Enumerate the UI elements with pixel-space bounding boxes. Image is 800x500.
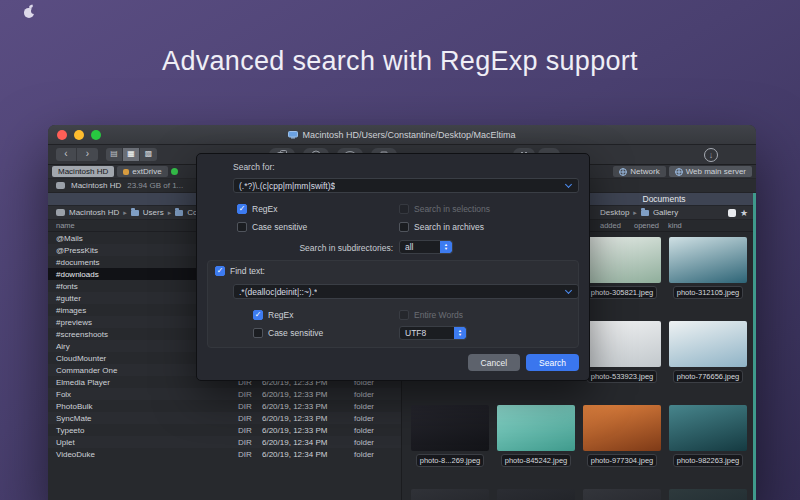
file-size: DIR	[238, 426, 262, 435]
find-pattern-value: .*(dealloc|deinit|::~).*	[239, 287, 317, 297]
breadcrumb-item[interactable]: Gallery	[653, 208, 678, 217]
back-button[interactable]: ‹	[56, 148, 77, 161]
subdirectories-select[interactable]: all ▲▼	[399, 240, 453, 254]
disk-icon	[56, 182, 65, 189]
close-button[interactable]	[57, 130, 67, 140]
panel-view-icon[interactable]	[728, 209, 736, 217]
photo-thumbnail	[497, 405, 575, 451]
find-pattern-input[interactable]: .*(dealloc|deinit|::~).*	[233, 284, 579, 299]
chevron-separator: ▸	[633, 209, 637, 217]
search-dialog: Search for: (.*?)\.(c|cpp|m|mm|swift)$ R…	[196, 153, 590, 381]
regex-checkbox[interactable]: RegEx	[237, 204, 278, 214]
tab-network[interactable]: Network	[613, 166, 665, 177]
add-connection-button[interactable]	[171, 168, 178, 175]
column-header-kind[interactable]: kind	[668, 221, 708, 230]
column-header-added[interactable]: added	[600, 221, 634, 230]
photo-item[interactable]: photo-305821.jpeg	[582, 237, 662, 311]
photo-thumbnail	[669, 405, 747, 451]
file-row[interactable]: Uplet DIR 6/20/19, 12:34 PM folder	[48, 436, 401, 448]
right-scrollbar[interactable]	[753, 193, 756, 500]
file-row[interactable]: VideoDuke DIR 6/20/19, 12:34 PM folder	[48, 448, 401, 460]
checkbox-box	[237, 222, 247, 232]
dialog-buttons: Cancel Search	[468, 354, 579, 371]
encoding-select[interactable]: UTF8 ▲▼	[399, 326, 467, 340]
photo-filename: photo-8...269.jpeg	[416, 454, 484, 467]
file-row[interactable]: Folx DIR 6/20/19, 12:33 PM folder	[48, 388, 401, 400]
breadcrumb-item[interactable]: Macintosh HD	[69, 208, 119, 217]
chevron-down-icon[interactable]	[565, 180, 572, 187]
tab-macintosh-hd[interactable]: Macintosh HD	[52, 166, 114, 177]
file-row[interactable]: PhotoBulk DIR 6/20/19, 12:33 PM folder	[48, 400, 401, 412]
photo-filename: photo-533923.jpeg	[587, 370, 658, 383]
file-kind: folder	[354, 414, 401, 423]
find-case-sensitive-checkbox[interactable]: Case sensitive	[253, 328, 323, 338]
tab-extdrive[interactable]: extDrive	[117, 166, 167, 177]
checkbox-box	[253, 310, 263, 320]
case-sensitive-checkbox[interactable]: Case sensitive	[237, 222, 307, 232]
tab-web-main-server[interactable]: Web main server	[669, 166, 752, 177]
photo-thumbnail	[497, 489, 575, 500]
cancel-button[interactable]: Cancel	[468, 354, 520, 371]
photo-thumbnail	[583, 321, 661, 367]
photo-item[interactable]	[668, 489, 748, 500]
zoom-button[interactable]	[91, 130, 101, 140]
window-titlebar: Macintosh HD/Users/Constantine/Desktop/M…	[48, 125, 756, 145]
breadcrumb-item[interactable]: Desktop	[600, 208, 629, 217]
minimize-button[interactable]	[74, 130, 84, 140]
photo-item[interactable]: photo-8...269.jpeg	[410, 405, 490, 479]
photo-item[interactable]: photo-977304.jpeg	[582, 405, 662, 479]
chevron-down-icon[interactable]	[565, 286, 572, 293]
checkbox-box	[237, 204, 247, 214]
photo-item[interactable]: photo-776656.jpeg	[668, 321, 748, 395]
screenshot-root: Advanced search with RegExp support Maci…	[0, 0, 800, 500]
photo-item[interactable]	[410, 489, 490, 500]
checkbox-box	[215, 266, 225, 276]
file-name: SyncMate	[48, 414, 238, 423]
column-header-name[interactable]: name	[56, 221, 75, 230]
file-kind: folder	[354, 402, 401, 411]
photo-item[interactable]	[496, 489, 576, 500]
file-date: 6/20/19, 12:34 PM	[262, 450, 354, 459]
display-icon	[288, 131, 298, 139]
globe-icon	[675, 168, 683, 176]
file-kind: folder	[354, 390, 401, 399]
view-full-button[interactable]: ▦	[123, 148, 140, 161]
file-row[interactable]: Typeeto DIR 6/20/19, 12:33 PM folder	[48, 424, 401, 436]
photo-filename: photo-312105.jpeg	[673, 286, 744, 299]
file-size: DIR	[238, 450, 262, 459]
search-button[interactable]: Search	[526, 354, 579, 371]
search-pattern-input[interactable]: (.*?)\.(c|cpp|m|mm|swift)$	[233, 178, 579, 193]
checkbox-box	[399, 204, 409, 214]
search-in-archives-checkbox[interactable]: Search in archives	[399, 222, 484, 232]
file-kind: folder	[354, 450, 401, 459]
column-header-opened[interactable]: opened	[634, 221, 668, 230]
find-text-checkbox[interactable]: Find text:	[215, 266, 265, 276]
photo-thumbnail	[669, 237, 747, 283]
photo-item[interactable]	[582, 489, 662, 500]
select-arrows-icon: ▲▼	[440, 241, 452, 253]
photo-filename: photo-776656.jpeg	[673, 370, 744, 383]
select-arrows-icon: ▲▼	[454, 327, 466, 339]
chevron-separator: ▸	[123, 209, 127, 217]
view-brief-button[interactable]: ▤	[106, 148, 123, 161]
folder-icon	[175, 210, 183, 216]
find-regex-checkbox[interactable]: RegEx	[253, 310, 294, 320]
photo-item[interactable]: photo-312105.jpeg	[668, 237, 748, 311]
file-row[interactable]: SyncMate DIR 6/20/19, 12:33 PM folder	[48, 412, 401, 424]
view-thumbs-button[interactable]: ▩	[140, 148, 157, 161]
disk-icon	[56, 209, 65, 216]
photo-item[interactable]: photo-982263.jpeg	[668, 405, 748, 479]
file-size: DIR	[238, 414, 262, 423]
apple-logo-icon	[24, 6, 34, 18]
search-pattern-value: (.*?)\.(c|cpp|m|mm|swift)$	[239, 181, 335, 191]
favorites-star-icon[interactable]: ★	[740, 209, 748, 217]
photo-item[interactable]: photo-533923.jpeg	[582, 321, 662, 395]
file-kind: folder	[354, 426, 401, 435]
breadcrumb-item[interactable]: Users	[143, 208, 164, 217]
file-date: 6/20/19, 12:33 PM	[262, 414, 354, 423]
drive-free-space: 23.94 GB of 1...	[127, 181, 183, 190]
forward-button[interactable]: ›	[77, 148, 98, 161]
photo-item[interactable]: photo-845242.jpeg	[496, 405, 576, 479]
nav-segment: ‹ ›	[56, 148, 98, 161]
downloads-button[interactable]: ↓	[704, 148, 718, 162]
